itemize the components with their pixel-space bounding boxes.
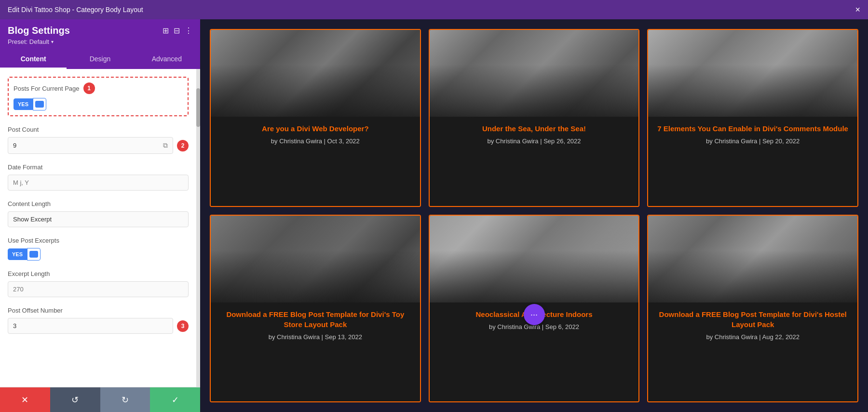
main-layout: Blog Settings ⊞ ⊟ ⋮ Preset: Default ▾ Co… — [0, 19, 868, 412]
undo-icon: ↺ — [71, 395, 79, 405]
blog-card-title-3: 7 Elements You Can Enable in Divi's Comm… — [655, 124, 851, 134]
content-length-section: Content Length Show Excerpt Show Full Co… — [8, 200, 189, 227]
post-offset-label: Post Offset Number — [8, 307, 189, 314]
date-format-input-wrapper — [8, 175, 189, 191]
redo-button[interactable]: ↻ — [100, 387, 150, 412]
excerpt-length-input[interactable] — [13, 286, 183, 293]
post-offset-input-wrapper — [8, 318, 173, 334]
blog-card-meta-1: by Christina Gwira | Oct 3, 2022 — [217, 137, 413, 145]
post-offset-row: 3 — [8, 318, 189, 334]
redo-icon: ↻ — [122, 395, 129, 405]
blog-card-title-1: Are you a Divi Web Developer? — [217, 124, 413, 134]
blog-card-body-3: 7 Elements You Can Enable in Divi's Comm… — [648, 117, 857, 206]
blog-card-2[interactable]: Under the Sea, Under the Sea! by Christi… — [429, 29, 640, 207]
panel-icon-more[interactable]: ⋮ — [185, 26, 192, 35]
excerpt-length-input-wrapper — [8, 281, 189, 297]
badge-1: 1 — [83, 82, 95, 94]
post-count-row: ⧉ 2 — [8, 137, 189, 154]
posts-current-page-toggle[interactable]: YES — [14, 98, 183, 110]
posts-for-current-page-section: Posts For Current Page 1 YES — [8, 77, 189, 116]
blog-card-img-3 — [648, 30, 857, 117]
badge-2: 2 — [177, 140, 189, 151]
blog-card-body-4: Download a FREE Blog Post Template for D… — [211, 302, 420, 402]
panel-content: Posts For Current Page 1 YES Post Cou — [0, 69, 196, 387]
blog-card-img-2 — [430, 30, 639, 117]
float-action-button[interactable]: ··· — [524, 304, 545, 325]
use-post-excerpts-knob[interactable] — [27, 248, 41, 261]
undo-button[interactable]: ↺ — [50, 387, 100, 412]
toggle-knob-inner — [35, 101, 44, 108]
copy-icon: ⧉ — [163, 141, 168, 150]
panel-title-row: Blog Settings ⊞ ⊟ ⋮ — [8, 25, 192, 36]
date-format-input[interactable] — [13, 179, 183, 186]
toggle-yes-label[interactable]: YES — [14, 98, 33, 110]
content-length-select[interactable]: Show Excerpt Show Full Content — [8, 211, 189, 227]
date-format-section: Date Format — [8, 164, 189, 191]
post-count-input-wrapper: ⧉ — [8, 137, 173, 154]
panel-icon-grid[interactable]: ⊞ — [163, 26, 169, 35]
panel-header: Blog Settings ⊞ ⊟ ⋮ Preset: Default ▾ — [0, 19, 200, 50]
use-post-excerpts-knob-inner — [29, 251, 38, 258]
panel-icons: ⊞ ⊟ ⋮ — [163, 26, 192, 35]
post-offset-section: Post Offset Number 3 — [8, 307, 189, 334]
save-icon: ✓ — [172, 395, 179, 405]
blog-card-3[interactable]: 7 Elements You Can Enable in Divi's Comm… — [647, 29, 858, 207]
badge-3: 3 — [177, 320, 189, 332]
left-panel: Blog Settings ⊞ ⊟ ⋮ Preset: Default ▾ Co… — [0, 19, 200, 412]
excerpt-length-label: Excerpt Length — [8, 270, 189, 277]
content-length-label: Content Length — [8, 200, 189, 207]
preset-label[interactable]: Preset: Default ▾ — [8, 38, 192, 45]
blog-preview-area: Are you a Divi Web Developer? by Christi… — [200, 19, 868, 412]
blog-card-meta-3: by Christina Gwira | Sep 20, 2022 — [655, 137, 851, 145]
post-count-label: Post Count — [8, 126, 189, 133]
post-offset-input[interactable] — [13, 322, 168, 330]
blog-card-meta-4: by Christina Gwira | Sep 13, 2022 — [217, 333, 413, 341]
discard-button[interactable]: ✕ — [0, 387, 50, 412]
blog-card-img-6 — [648, 216, 857, 302]
tab-content[interactable]: Content — [0, 50, 67, 69]
posts-current-page-label: Posts For Current Page — [14, 85, 80, 92]
title-bar: Edit Divi Tattoo Shop - Category Body La… — [0, 0, 868, 19]
blog-card-img-5 — [430, 216, 639, 302]
tabs-container: Content Design Advanced — [0, 50, 200, 69]
preset-arrow: ▾ — [51, 39, 54, 44]
blog-card-meta-2: by Christina Gwira | Sep 26, 2022 — [436, 137, 632, 145]
blog-grid: Are you a Divi Web Developer? by Christi… — [200, 19, 868, 412]
save-button[interactable]: ✓ — [150, 387, 200, 412]
blog-card-title-6: Download a FREE Blog Post Template for D… — [655, 309, 851, 330]
panel-icon-columns[interactable]: ⊟ — [174, 26, 180, 35]
use-post-excerpts-yes[interactable]: YES — [8, 248, 27, 260]
blog-card-title-2: Under the Sea, Under the Sea! — [436, 124, 632, 134]
posts-current-page-highlight: Posts For Current Page 1 YES — [8, 77, 189, 116]
blog-card-1[interactable]: Are you a Divi Web Developer? by Christi… — [210, 29, 421, 207]
use-post-excerpts-label: Use Post Excerpts — [8, 237, 189, 244]
blog-card-body-2: Under the Sea, Under the Sea! by Christi… — [430, 117, 639, 206]
scroll-thumb[interactable] — [196, 88, 200, 127]
tab-design[interactable]: Design — [67, 50, 133, 69]
blog-card-img-4 — [211, 216, 420, 302]
excerpt-length-section: Excerpt Length — [8, 270, 189, 297]
tab-advanced[interactable]: Advanced — [134, 50, 200, 69]
scroll-track[interactable] — [196, 69, 200, 387]
date-format-label: Date Format — [8, 164, 189, 171]
post-count-section: Post Count ⧉ 2 — [8, 126, 189, 154]
blog-card-body-1: Are you a Divi Web Developer? by Christi… — [211, 117, 420, 206]
use-post-excerpts-section: Use Post Excerpts YES — [8, 237, 189, 261]
use-post-excerpts-toggle[interactable]: YES — [8, 248, 189, 261]
title-bar-title: Edit Divi Tattoo Shop - Category Body La… — [8, 6, 143, 14]
blog-card-body-6: Download a FREE Blog Post Template for D… — [648, 302, 857, 402]
blog-card-6[interactable]: Download a FREE Blog Post Template for D… — [647, 215, 858, 403]
blog-card-img-1 — [211, 30, 420, 117]
bottom-toolbar: ✕ ↺ ↻ ✓ — [0, 387, 200, 412]
toggle-knob[interactable] — [33, 98, 46, 110]
close-icon: ✕ — [21, 395, 28, 405]
blog-card-4[interactable]: Download a FREE Blog Post Template for D… — [210, 215, 421, 403]
blog-card-title-4: Download a FREE Blog Post Template for D… — [217, 309, 413, 330]
panel-title: Blog Settings — [8, 25, 70, 36]
post-count-input[interactable] — [13, 142, 163, 149]
panel-body: Posts For Current Page 1 YES Post Cou — [0, 69, 200, 387]
blog-card-meta-6: by Christina Gwira | Aug 22, 2022 — [655, 333, 851, 341]
close-window-button[interactable]: × — [855, 5, 860, 14]
